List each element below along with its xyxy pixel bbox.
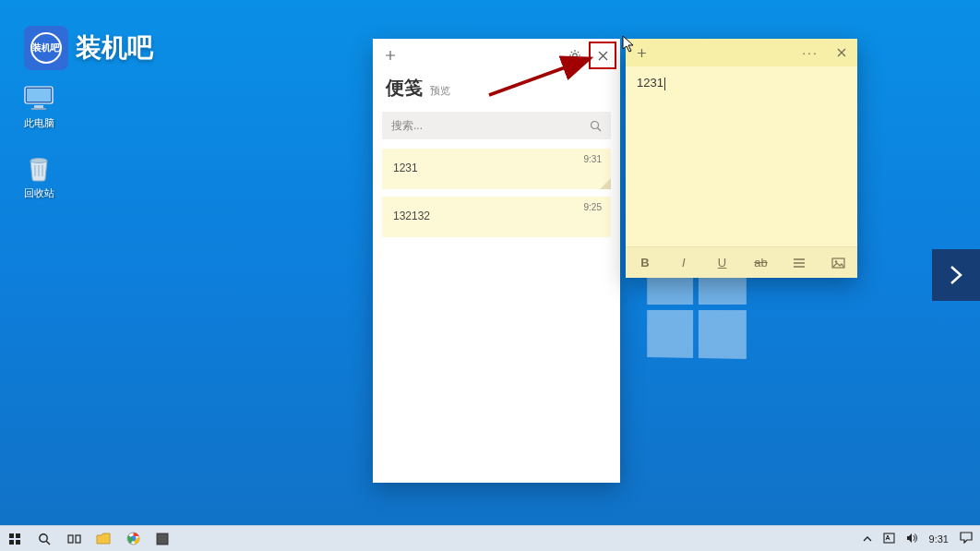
note-time: 9:31	[584, 154, 602, 164]
search-icon	[38, 533, 51, 545]
ime-button[interactable]	[881, 533, 897, 545]
system-tray: 9:31	[861, 532, 980, 545]
desktop-icon-label: 此电脑	[24, 116, 54, 130]
list-title: 便笺	[386, 76, 423, 101]
window-titlebar	[373, 39, 620, 72]
windows-icon	[8, 533, 21, 545]
note-preview: 132132	[393, 210, 600, 222]
computer-icon	[22, 83, 55, 113]
underline-icon: U	[718, 256, 726, 270]
new-note-button[interactable]	[626, 39, 657, 66]
chevron-right-icon	[948, 264, 964, 286]
svg-point-6	[592, 121, 599, 128]
brand-logo-text: 装机吧	[76, 30, 153, 66]
close-note-button[interactable]	[826, 39, 857, 66]
svg-point-5	[573, 54, 577, 57]
list-icon	[793, 258, 806, 269]
strikethrough-button[interactable]: ab	[747, 251, 774, 275]
close-icon	[837, 48, 846, 57]
italic-icon: I	[682, 256, 686, 270]
format-toolbar: B I U ab	[626, 246, 857, 278]
brand-logo-inner: 装机吧	[30, 32, 62, 64]
task-view-icon	[67, 533, 81, 545]
svg-rect-3	[31, 108, 46, 110]
file-explorer-button[interactable]	[89, 526, 118, 552]
close-button[interactable]	[589, 42, 616, 69]
underline-button[interactable]: U	[709, 251, 736, 275]
bold-button[interactable]: B	[631, 251, 659, 275]
svg-rect-12	[16, 540, 20, 545]
brand-watermark: 装机吧 装机吧	[24, 26, 153, 70]
action-center-button[interactable]	[958, 532, 974, 545]
search-input[interactable]: 搜索...	[382, 112, 611, 139]
image-button[interactable]	[824, 251, 852, 275]
volume-icon	[906, 533, 918, 544]
svg-rect-11	[9, 540, 14, 545]
strikethrough-icon: ab	[754, 256, 767, 270]
note-editor[interactable]: 1231	[626, 66, 857, 246]
desktop-icon-recycle-bin[interactable]: 回收站	[11, 153, 66, 200]
chrome-icon	[126, 532, 140, 545]
brand-logo-icon: 装机吧	[24, 26, 68, 70]
sticky-notes-list-window: 便笺 预览 搜索... 9:31 1231 9:25 132132	[373, 39, 620, 483]
svg-point-4	[30, 159, 47, 163]
notification-icon	[960, 532, 973, 544]
note-content: 1231	[637, 76, 663, 90]
italic-button[interactable]: I	[670, 251, 698, 275]
more-icon: ···	[802, 45, 819, 60]
bullet-list-button[interactable]	[785, 251, 813, 275]
folder-icon	[96, 533, 111, 545]
note-list-item[interactable]: 9:25 132132	[382, 197, 611, 237]
close-icon	[598, 51, 608, 61]
next-slide-button[interactable]	[932, 249, 980, 301]
start-button[interactable]	[0, 526, 30, 552]
taskbar: 9:31	[0, 525, 980, 551]
svg-rect-14	[68, 535, 73, 543]
chrome-button[interactable]	[118, 526, 148, 552]
svg-rect-18	[157, 533, 168, 545]
sticky-note-icon	[156, 533, 169, 545]
gear-icon	[568, 49, 581, 62]
svg-rect-1	[27, 89, 51, 102]
tray-chevron-button[interactable]	[861, 533, 874, 545]
ime-icon	[883, 533, 895, 544]
svg-rect-10	[16, 533, 20, 538]
svg-point-13	[40, 533, 47, 541]
note-list-item[interactable]: 9:31 1231	[382, 149, 611, 189]
svg-rect-2	[34, 105, 43, 108]
clock[interactable]: 9:31	[927, 533, 950, 545]
note-time: 9:25	[584, 202, 602, 212]
search-icon	[590, 120, 602, 132]
volume-button[interactable]	[904, 533, 920, 545]
text-cursor	[664, 78, 665, 90]
search-button[interactable]	[30, 526, 59, 552]
sticky-notes-taskbar-button[interactable]	[148, 526, 177, 552]
list-subtitle: 预览	[430, 84, 450, 98]
desktop-icon-label: 回收站	[24, 186, 54, 200]
settings-button[interactable]	[561, 42, 589, 69]
bold-icon: B	[640, 256, 649, 270]
more-button[interactable]: ···	[795, 39, 826, 66]
svg-rect-15	[76, 535, 80, 543]
sticky-note-window: ··· 1231 B I U ab	[626, 39, 857, 278]
svg-rect-9	[9, 533, 14, 538]
image-icon	[831, 258, 845, 269]
recycle-bin-icon	[22, 153, 55, 183]
desktop-icon-this-pc[interactable]: 此电脑	[11, 83, 66, 130]
new-note-button[interactable]	[376, 42, 404, 69]
search-placeholder: 搜索...	[391, 118, 590, 134]
list-heading: 便笺 预览	[373, 72, 620, 108]
task-view-button[interactable]	[59, 526, 89, 552]
note-titlebar: ···	[626, 39, 857, 66]
plus-icon	[637, 48, 647, 58]
chevron-up-icon	[863, 535, 872, 543]
note-preview: 1231	[393, 162, 600, 174]
